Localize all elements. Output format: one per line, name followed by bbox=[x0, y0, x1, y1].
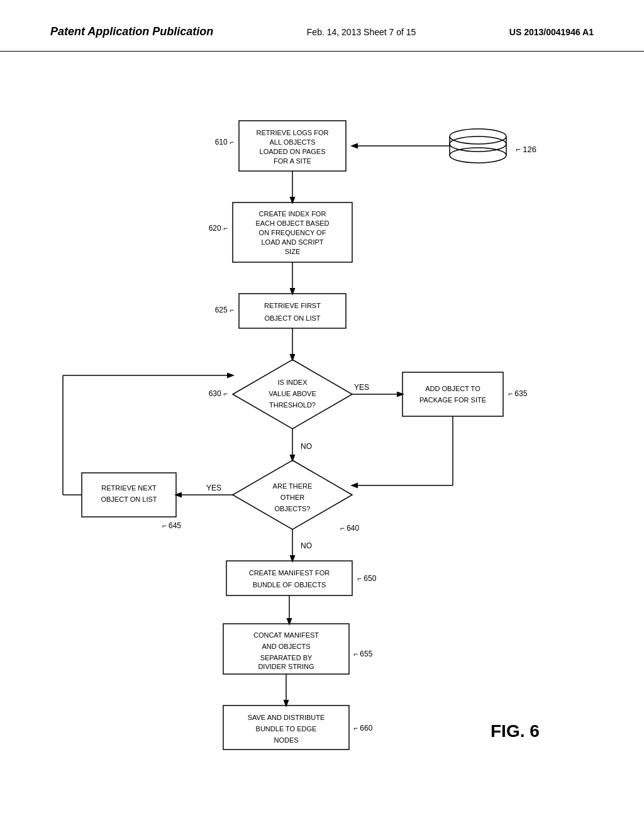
db-ref-label: ⌐ 126 bbox=[516, 145, 536, 154]
svg-text:OBJECT ON LIST: OBJECT ON LIST bbox=[264, 314, 320, 322]
ref-660: ⌐ 660 bbox=[353, 724, 373, 733]
svg-text:RETRIEVE NEXT: RETRIEVE NEXT bbox=[101, 484, 157, 492]
svg-text:ALL OBJECTS: ALL OBJECTS bbox=[270, 138, 316, 146]
svg-text:OBJECTS?: OBJECTS? bbox=[275, 505, 311, 512]
svg-text:LOADED ON PAGES: LOADED ON PAGES bbox=[260, 148, 326, 155]
header-date-label: Feb. 14, 2013 Sheet 7 of 15 bbox=[307, 27, 416, 37]
node-645 bbox=[82, 473, 176, 517]
no-label-2: NO bbox=[301, 541, 312, 550]
diagram-container: ⌐ 126 RETRIEVE LOGS FOR ALL OBJECTS LOAD… bbox=[0, 52, 644, 806]
header-patent-label: US 2013/0041946 A1 bbox=[509, 27, 594, 37]
ref-620: 620 ⌐ bbox=[209, 224, 228, 233]
node-610-text: RETRIEVE LOGS FOR bbox=[257, 129, 329, 136]
svg-text:SAVE AND DISTRIBUTE: SAVE AND DISTRIBUTE bbox=[248, 714, 325, 721]
svg-text:THRESHOLD?: THRESHOLD? bbox=[269, 401, 316, 409]
header-publication-label: Patent Application Publication bbox=[50, 25, 213, 38]
svg-text:ADD OBJECT TO: ADD OBJECT TO bbox=[425, 385, 480, 392]
ref-655: ⌐ 655 bbox=[353, 650, 373, 658]
ref-650: ⌐ 650 bbox=[357, 574, 377, 583]
svg-point-1 bbox=[450, 148, 506, 163]
svg-text:DIVIDER STRING: DIVIDER STRING bbox=[258, 663, 314, 670]
svg-text:CREATE MANIFEST FOR: CREATE MANIFEST FOR bbox=[249, 569, 330, 577]
ref-635: ⌐ 635 bbox=[508, 389, 528, 398]
svg-text:OBJECT ON LIST: OBJECT ON LIST bbox=[101, 495, 157, 503]
svg-text:AND OBJECTS: AND OBJECTS bbox=[262, 643, 310, 650]
svg-text:SEPARATED BY: SEPARATED BY bbox=[260, 654, 313, 661]
svg-text:BUNDLE OF OBJECTS: BUNDLE OF OBJECTS bbox=[253, 581, 326, 589]
svg-text:FOR A SITE: FOR A SITE bbox=[274, 157, 311, 165]
svg-text:ON FREQUENCY OF: ON FREQUENCY OF bbox=[259, 229, 326, 236]
svg-text:IS INDEX: IS INDEX bbox=[277, 379, 308, 386]
page-header: Patent Application Publication Feb. 14, … bbox=[0, 0, 644, 52]
svg-text:LOAD AND SCRIPT: LOAD AND SCRIPT bbox=[261, 238, 323, 246]
ref-630: 630 ⌐ bbox=[209, 389, 228, 398]
svg-text:PACKAGE FOR SITE: PACKAGE FOR SITE bbox=[419, 396, 486, 404]
node-625 bbox=[239, 294, 346, 328]
svg-text:CONCAT MANIFEST: CONCAT MANIFEST bbox=[253, 631, 319, 639]
svg-text:VALUE ABOVE: VALUE ABOVE bbox=[269, 390, 316, 397]
ref-625: 625 ⌐ bbox=[215, 306, 234, 314]
svg-text:RETRIEVE FIRST: RETRIEVE FIRST bbox=[264, 302, 321, 309]
ref-610: 610 ⌐ bbox=[215, 138, 234, 147]
node-635 bbox=[402, 372, 503, 416]
ref-645: ⌐ 645 bbox=[162, 521, 182, 530]
svg-text:OTHER: OTHER bbox=[280, 494, 305, 501]
svg-text:CREATE INDEX FOR: CREATE INDEX FOR bbox=[259, 210, 326, 218]
no-label-1: NO bbox=[301, 442, 312, 451]
svg-text:NODES: NODES bbox=[274, 736, 298, 744]
svg-text:EACH OBJECT BASED: EACH OBJECT BASED bbox=[255, 219, 329, 227]
svg-text:ARE THERE: ARE THERE bbox=[273, 482, 313, 490]
fig-label: FIG. 6 bbox=[491, 721, 540, 741]
ref-640: ⌐ 640 bbox=[340, 524, 360, 533]
yes-label-1: YES bbox=[354, 383, 369, 392]
svg-text:SIZE: SIZE bbox=[285, 248, 300, 255]
node-650 bbox=[226, 561, 352, 595]
yes-label-2: YES bbox=[206, 484, 221, 492]
svg-text:BUNDLE TO EDGE: BUNDLE TO EDGE bbox=[256, 725, 317, 733]
